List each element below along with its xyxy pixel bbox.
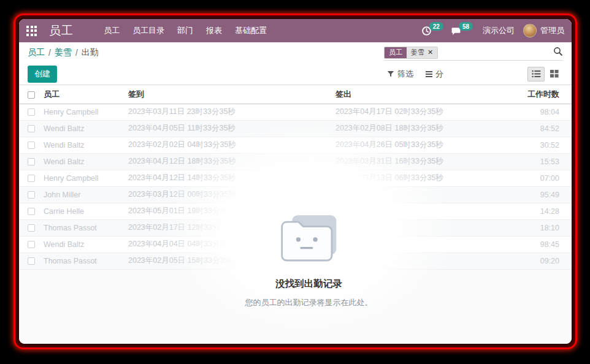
row-checkbox[interactable]: [28, 241, 35, 248]
cell-employee: Henry Campbell: [44, 104, 128, 120]
table-row[interactable]: Thomas Passot 2023年02月17日 12时33分35秒 18:1…: [19, 219, 572, 236]
user-avatar[interactable]: [523, 24, 537, 37]
red-highlight-frame: 员工 员工 员工目录 部门 报表 基础配置 22 58: [13, 13, 577, 349]
menu-employees[interactable]: 员工: [101, 23, 123, 38]
cell-worked-hours: 07:00: [503, 170, 572, 186]
breadcrumb: 员工 / 姜雪 / 出勤: [28, 47, 99, 58]
cell-worked-hours: 15:53: [503, 153, 572, 170]
cell-check-in: 2023年02月02日 04时33分35秒: [128, 137, 335, 153]
filters-button[interactable]: 筛选: [387, 69, 413, 80]
breadcrumb-separator: /: [75, 48, 78, 58]
row-checkbox-cell: [19, 170, 44, 186]
header-check-in[interactable]: 签到: [128, 85, 335, 104]
cell-check-in: 2023年02月05日 15时33分35秒: [128, 252, 335, 269]
cell-check-in: 2023年04月04日 04时33分35秒: [128, 236, 335, 252]
table-row[interactable]: Thomas Passot 2023年02月05日 15时33分35秒 09:2…: [19, 252, 572, 269]
odoo-app-window: 员工 员工 员工目录 部门 报表 基础配置 22 58: [19, 19, 572, 344]
table-header-row: 员工 签到 签出 工作时数: [19, 85, 572, 104]
company-name[interactable]: 演示公司: [483, 25, 515, 36]
table-row[interactable]: Wendi Baltz 2023年04月12日 18时33分35秒 2023年0…: [19, 153, 572, 170]
cell-check-out: [335, 203, 503, 219]
select-all-checkbox-cell: [19, 85, 44, 104]
header-worked-hours[interactable]: 工作时数: [503, 85, 572, 104]
row-checkbox[interactable]: [28, 224, 35, 232]
row-checkbox-cell: [19, 137, 44, 153]
search-facet: 员工 姜雪 ✕: [384, 47, 438, 59]
funnel-icon: [387, 70, 394, 78]
cell-check-out: [335, 252, 503, 269]
app-title[interactable]: 员工: [49, 23, 74, 39]
list-view-button[interactable]: [527, 67, 545, 82]
row-checkbox[interactable]: [28, 191, 35, 199]
group-by-button[interactable]: 分: [426, 69, 443, 80]
table-row[interactable]: Henry Campbell 2023年03月11日 23时33分35秒 202…: [19, 104, 572, 120]
cell-check-in: 2023年02月17日 12时33分35秒: [128, 219, 335, 236]
row-checkbox[interactable]: [28, 142, 35, 149]
menu-configuration[interactable]: 基础配置: [232, 23, 270, 38]
menu-reports[interactable]: 报表: [203, 23, 225, 38]
table-row[interactable]: Wendi Baltz 2023年04月05日 11时33分35秒 2023年0…: [19, 120, 572, 137]
table-row[interactable]: Wendi Baltz 2023年02月02日 04时33分35秒 2023年0…: [19, 137, 572, 153]
cell-check-in: 2023年04月12日 14时33分35秒: [128, 170, 335, 186]
breadcrumb-employee-name[interactable]: 姜雪: [55, 47, 72, 58]
breadcrumb-employees[interactable]: 员工: [28, 47, 45, 58]
row-checkbox-cell: [19, 104, 44, 120]
search-input[interactable]: [438, 45, 553, 60]
cell-employee: John Miller: [44, 186, 128, 203]
group-by-icon: [426, 71, 432, 77]
user-name[interactable]: 管理员: [540, 25, 564, 36]
row-checkbox-cell: [19, 236, 44, 252]
cell-employee: Wendi Baltz: [44, 137, 128, 153]
create-button[interactable]: 创建: [28, 66, 57, 83]
control-panel-top: 员工 / 姜雪 / 出勤 员工 姜雪 ✕: [19, 42, 572, 63]
cell-check-in: 2023年05月01日 19时33分35秒: [128, 203, 335, 219]
row-checkbox[interactable]: [28, 175, 35, 182]
breadcrumb-separator: /: [48, 48, 51, 58]
breadcrumb-current: 出勤: [82, 47, 99, 58]
menu-departments[interactable]: 部门: [174, 23, 196, 38]
table-row[interactable]: Henry Campbell 2023年04月12日 14时33分35秒 202…: [19, 170, 572, 186]
table-row[interactable]: John Miller 2023年03月12日 00时33分35秒 95:49: [19, 186, 572, 203]
facet-remove-icon[interactable]: ✕: [427, 48, 433, 56]
header-check-out[interactable]: 签出: [335, 85, 503, 104]
messages-count-badge[interactable]: 58: [459, 22, 473, 31]
row-checkbox[interactable]: [28, 108, 35, 116]
row-checkbox-cell: [19, 153, 44, 170]
cell-check-in: 2023年04月05日 11时33分35秒: [128, 120, 335, 137]
list-view-icon: [532, 70, 541, 78]
row-checkbox[interactable]: [28, 125, 35, 132]
cell-check-out: 2023年04月26日 05时33分35秒: [335, 137, 503, 153]
row-checkbox[interactable]: [28, 208, 35, 215]
cell-employee: Wendi Baltz: [44, 153, 128, 170]
header-employee[interactable]: 员工: [44, 85, 128, 104]
facet-value-text: 姜雪: [411, 48, 424, 57]
row-checkbox[interactable]: [28, 257, 35, 265]
cell-employee: Wendi Baltz: [44, 120, 128, 137]
apps-menu-icon[interactable]: [26, 26, 37, 36]
cell-check-in: 2023年03月11日 23时33分35秒: [128, 104, 335, 120]
activity-count-badge[interactable]: 22: [429, 22, 443, 31]
systray: 22 58 演示公司 管理员: [421, 24, 564, 37]
search-icon[interactable]: [553, 47, 563, 59]
kanban-view-button[interactable]: [546, 67, 563, 82]
cell-employee: Thomas Passot: [44, 219, 128, 236]
select-all-checkbox[interactable]: [28, 91, 35, 99]
cell-worked-hours: 30:52: [503, 137, 572, 153]
cell-check-out: 2023年03月31日 16时33分35秒: [335, 153, 503, 170]
table-row[interactable]: Carrie Helle 2023年05月01日 19时33分35秒 14:28: [19, 203, 572, 219]
row-checkbox[interactable]: [28, 158, 35, 165]
cell-worked-hours: 18:10: [503, 219, 572, 236]
kanban-view-icon: [550, 70, 559, 78]
cell-check-out: [335, 186, 503, 203]
empty-state-subtitle: 您的员工的出勤记录将显示在此处。: [174, 297, 444, 308]
cell-employee: Wendi Baltz: [44, 236, 128, 252]
menu-directory[interactable]: 员工目录: [129, 23, 167, 38]
view-switcher: [527, 67, 563, 82]
facet-value: 姜雪 ✕: [407, 47, 437, 58]
app-menu: 员工 员工目录 部门 报表 基础配置: [101, 23, 270, 38]
top-navbar: 员工 员工 员工目录 部门 报表 基础配置 22 58: [19, 19, 572, 42]
cell-check-out: [335, 219, 503, 236]
cell-worked-hours: 09:20: [503, 252, 572, 269]
table-row[interactable]: Wendi Baltz 2023年04月04日 04时33分35秒 98:45: [19, 236, 572, 252]
cell-worked-hours: 98:45: [503, 236, 572, 252]
